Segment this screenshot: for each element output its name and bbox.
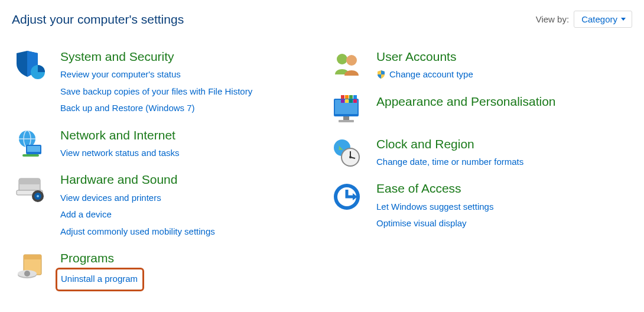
category-link[interactable]: View devices and printers bbox=[60, 190, 215, 207]
category-title[interactable]: Clock and Region bbox=[376, 136, 523, 151]
svg-rect-23 bbox=[339, 120, 354, 122]
svg-rect-24 bbox=[341, 95, 344, 99]
svg-rect-31 bbox=[353, 99, 357, 103]
svg-rect-29 bbox=[345, 99, 349, 103]
programs-icon bbox=[12, 251, 50, 282]
category-link[interactable]: View network status and tasks bbox=[60, 145, 180, 162]
page-title: Adjust your computer's settings bbox=[12, 12, 184, 27]
svg-point-36 bbox=[349, 156, 352, 158]
category-title[interactable]: User Accounts bbox=[376, 49, 473, 64]
svg-rect-26 bbox=[349, 95, 353, 99]
uninstall-program-link[interactable]: Uninstall a program bbox=[61, 271, 138, 288]
svg-rect-6 bbox=[22, 154, 39, 157]
network-icon bbox=[12, 128, 50, 160]
svg-rect-27 bbox=[353, 95, 357, 99]
category-title[interactable]: Network and Internet bbox=[60, 128, 180, 142]
category-title[interactable]: System and Security bbox=[60, 49, 252, 64]
view-by-dropdown[interactable]: Category bbox=[574, 11, 632, 28]
highlighted-link-box: Uninstall a program bbox=[56, 268, 144, 291]
svg-rect-8 bbox=[19, 178, 40, 184]
svg-point-19 bbox=[346, 55, 357, 66]
category-link[interactable]: Save backup copies of your files with Fi… bbox=[60, 83, 252, 100]
view-by-label: View by: bbox=[536, 14, 569, 24]
category-programs: Programs Uninstall a program bbox=[12, 251, 316, 291]
category-link[interactable]: Change account type bbox=[376, 66, 473, 83]
appearance-icon bbox=[328, 94, 366, 126]
category-link[interactable]: Adjust commonly used mobility settings bbox=[60, 223, 215, 240]
category-title[interactable]: Appearance and Personalisation bbox=[376, 94, 556, 109]
right-column: User Accounts Change account type bbox=[328, 49, 632, 302]
left-column: System and Security Review your computer… bbox=[12, 49, 316, 302]
category-link-text: Change account type bbox=[389, 66, 473, 83]
category-hardware-sound: Hardware and Sound View devices and prin… bbox=[12, 172, 316, 240]
category-system-security: System and Security Review your computer… bbox=[12, 49, 316, 117]
category-link[interactable]: Change date, time or number formats bbox=[376, 154, 523, 171]
svg-rect-28 bbox=[341, 99, 344, 103]
clock-region-icon bbox=[328, 136, 366, 168]
uac-shield-icon bbox=[376, 70, 386, 79]
category-clock-region: Clock and Region Change date, time or nu… bbox=[328, 136, 632, 171]
category-user-accounts: User Accounts Change account type bbox=[328, 49, 632, 83]
svg-point-17 bbox=[24, 271, 30, 277]
hardware-icon bbox=[12, 172, 50, 204]
svg-rect-5 bbox=[27, 146, 40, 152]
category-link[interactable]: Add a device bbox=[60, 206, 215, 223]
view-by-selected: Category bbox=[581, 14, 617, 24]
svg-rect-14 bbox=[24, 255, 41, 259]
svg-rect-25 bbox=[345, 95, 349, 99]
svg-rect-22 bbox=[343, 116, 349, 120]
shield-system-icon bbox=[12, 49, 50, 81]
svg-point-12 bbox=[37, 195, 39, 197]
user-accounts-icon bbox=[328, 49, 366, 81]
category-link[interactable]: Back up and Restore (Windows 7) bbox=[60, 100, 252, 117]
svg-rect-30 bbox=[349, 99, 353, 103]
ease-of-access-icon bbox=[328, 181, 366, 213]
category-link[interactable]: Let Windows suggest settings bbox=[376, 199, 493, 216]
category-title[interactable]: Hardware and Sound bbox=[60, 172, 215, 187]
category-appearance: Appearance and Personalisation bbox=[328, 94, 632, 126]
category-network-internet: Network and Internet View network status… bbox=[12, 128, 316, 162]
chevron-down-icon bbox=[621, 18, 626, 21]
category-link[interactable]: Optimise visual display bbox=[376, 215, 493, 232]
category-title[interactable]: Programs bbox=[60, 251, 144, 265]
svg-point-18 bbox=[337, 54, 347, 64]
category-link[interactable]: Review your computer's status bbox=[60, 66, 252, 83]
category-title[interactable]: Ease of Access bbox=[376, 181, 493, 196]
category-ease-of-access: Ease of Access Let Windows suggest setti… bbox=[328, 181, 632, 232]
